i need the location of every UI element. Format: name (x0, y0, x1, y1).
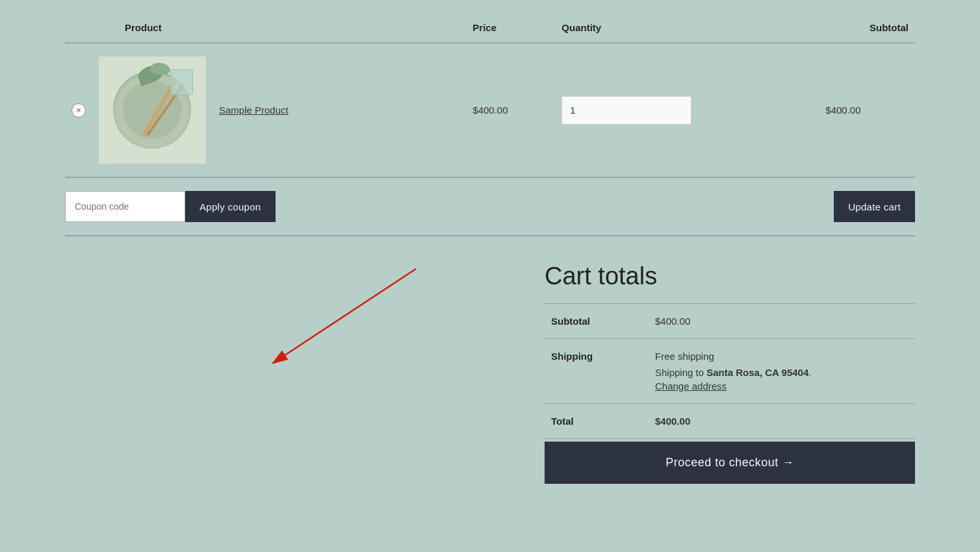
col-product-header: Product (92, 13, 466, 43)
remove-button[interactable]: × (71, 103, 86, 118)
shipping-to-text: Shipping to (655, 367, 704, 378)
shipping-details: Free shipping Shipping to Santa Rosa, CA… (649, 339, 915, 404)
change-address-link[interactable]: Change address (655, 381, 727, 392)
total-label: Total (545, 404, 649, 439)
col-price-header: Price (466, 13, 555, 43)
remove-cell: × (65, 43, 92, 177)
col-subtotal-header: Subtotal (819, 13, 915, 43)
quantity-input[interactable] (561, 96, 691, 125)
update-cart-button[interactable]: Update cart (834, 191, 915, 222)
svg-line-1 (273, 269, 416, 363)
product-cell: Sample Product (92, 43, 466, 177)
price-value: $400.00 (472, 105, 508, 116)
subtotal-value: $400.00 (825, 105, 860, 116)
cart-totals: Cart totals Subtotal $400.00 Shipping Fr… (545, 262, 915, 484)
subtotal-row: Subtotal $400.00 (545, 304, 915, 339)
annotation-arrow (65, 262, 435, 535)
col-quantity-header: Quantity (555, 13, 819, 43)
shipping-address: Shipping to Santa Rosa, CA 95404. (655, 367, 909, 378)
totals-table: Subtotal $400.00 Shipping Free shipping … (545, 303, 915, 439)
shipping-row: Shipping Free shipping Shipping to Santa… (545, 339, 915, 404)
checkout-button[interactable]: Proceed to checkout → (545, 442, 915, 484)
total-row: Total $400.00 (545, 404, 915, 439)
cart-actions: Apply coupon Update cart (65, 178, 915, 236)
shipping-period: . (808, 367, 811, 378)
product-name-link[interactable]: Sample Product (219, 105, 289, 116)
col-remove-header (65, 13, 92, 43)
price-cell: $400.00 (466, 43, 555, 177)
apply-coupon-button[interactable]: Apply coupon (185, 191, 276, 222)
cup-decoration (170, 69, 193, 95)
coupon-area: Apply coupon (65, 191, 276, 222)
quantity-cell (555, 43, 819, 177)
shipping-label: Shipping (545, 339, 649, 404)
shipping-option: Free shipping (655, 351, 909, 362)
cart-table: Product Price Quantity Subtotal × (65, 13, 915, 178)
coupon-input[interactable] (65, 191, 185, 222)
total-amount: $400.00 (649, 404, 915, 439)
cart-totals-title: Cart totals (545, 262, 915, 290)
subtotal-label: Subtotal (545, 304, 649, 339)
shipping-location: Santa Rosa, CA 95404 (706, 367, 808, 378)
product-image (99, 56, 206, 164)
cart-totals-wrapper: Cart totals Subtotal $400.00 Shipping Fr… (65, 262, 915, 484)
table-row: × (65, 43, 915, 177)
subtotal-amount: $400.00 (649, 304, 915, 339)
subtotal-cell: $400.00 (819, 43, 915, 177)
